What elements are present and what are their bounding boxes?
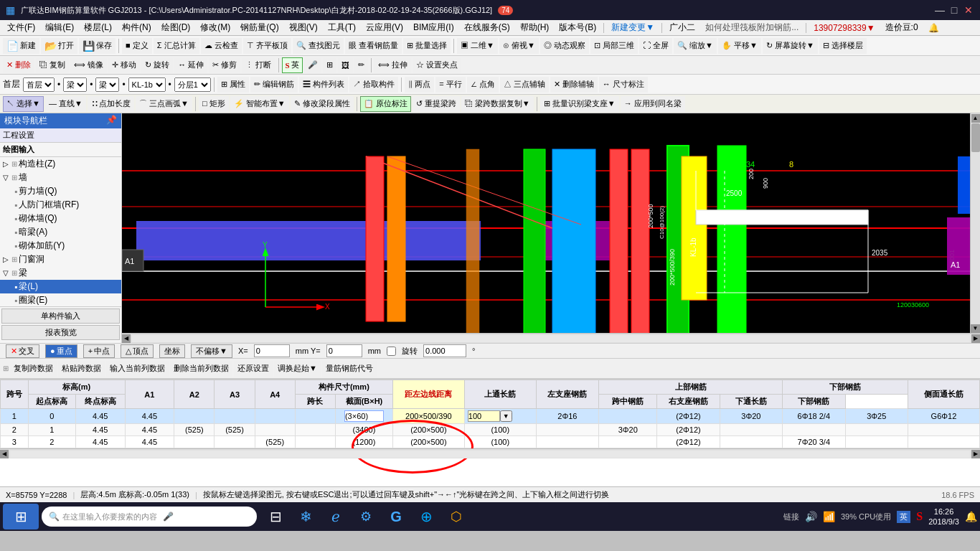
component-type-select[interactable]: 梁 (63, 77, 87, 92)
tree-civil-defense[interactable]: ▪ 人防门框墙(RF) (0, 198, 121, 212)
btn-stretch[interactable]: ⟺ 拉伸 (374, 57, 411, 73)
menu-draw[interactable]: 绘图(D) (157, 20, 195, 35)
btn-delete[interactable]: ✕ 删除 (3, 57, 34, 73)
btn-batch-select[interactable]: ⊞ 批量选择 (403, 38, 451, 54)
taskbar-link[interactable]: 链接 (783, 512, 799, 522)
btn-property[interactable]: ⊞ 属性 (217, 77, 249, 93)
btn-img[interactable]: 🖼 (338, 57, 353, 73)
btn-cross[interactable]: ✕ 交叉 (6, 344, 39, 358)
table-row[interactable]: 2 1 4.45 4.45 (525) (525) (3400) (200×50… (1, 424, 980, 436)
btn-original-label[interactable]: 📋 原位标注 (360, 96, 411, 112)
btn-delete-col-data[interactable]: 删除当前列数据 (170, 361, 232, 377)
btn-mirror[interactable]: ⟺ 镜像 (70, 57, 107, 73)
taskbar-input-method[interactable]: 英 (897, 511, 910, 523)
nav-draw-input[interactable]: 绘图输入 (0, 143, 121, 157)
btn-report-preview[interactable]: 报表预览 (1, 325, 120, 340)
menu-guangxiao[interactable]: 广小二 (665, 20, 699, 35)
cell-dist[interactable]: ▼ (464, 409, 536, 424)
nav-project-settings[interactable]: 工程设置 (0, 128, 121, 143)
panel-pin[interactable]: 📌 (106, 115, 117, 127)
btn-angle-point[interactable]: ∠ 点角 (467, 77, 499, 93)
menu-rebar-qty[interactable]: 钢筋量(Q) (236, 20, 283, 35)
name-select[interactable]: KL-1b (128, 77, 166, 92)
taskbar-icon-app2[interactable]: ⬡ (443, 504, 469, 529)
menu-phone[interactable]: 13907298339▼ (809, 22, 879, 34)
menu-tools[interactable]: 工具(T) (324, 20, 360, 35)
taskbar-icon-settings[interactable]: ⚙ (353, 504, 379, 529)
menu-file[interactable]: 文件(F) (3, 20, 39, 35)
tree-ring-beam[interactable]: ▪ 圈梁(E) (0, 293, 121, 306)
rotate-input[interactable] (423, 344, 466, 357)
table-row[interactable]: 1 0 4.45 4.45 200×500/390 ▼ 2Φ16 (1, 409, 980, 424)
btn-coord[interactable]: 坐标 (159, 344, 185, 358)
btn-point-extend[interactable]: ∷ 点加长度 (88, 96, 134, 112)
table-hscroll[interactable]: ◀ ▶ (0, 448, 980, 458)
menu-view[interactable]: 视图(V) (285, 20, 322, 35)
btn-dynamic-view[interactable]: ◎ 动态观察 (540, 38, 589, 54)
btn-trim[interactable]: ✂ 修剪 (209, 57, 240, 73)
taskbar-icon-g[interactable]: G (383, 504, 409, 529)
canvas-hscroll[interactable]: ◀ ▶ (122, 333, 980, 343)
btn-rotate-screen[interactable]: ↻ 屏幕旋转▼ (763, 38, 818, 54)
taskbar-speaker[interactable]: 🔊 (805, 511, 817, 522)
btn-view-rebar[interactable]: 眼 查看钢筋量 (345, 38, 402, 54)
btn-2d[interactable]: ▣ 二维▼ (457, 38, 498, 54)
btn-pencil[interactable]: ✏ (354, 57, 368, 73)
dist-dropdown[interactable]: ▼ (500, 410, 512, 422)
taskbar-s-icon[interactable]: S (916, 510, 923, 523)
menu-version[interactable]: 版本号(B) (555, 20, 600, 35)
menu-help[interactable]: 帮助(H) (516, 20, 554, 35)
component-select[interactable]: 梁 (95, 77, 119, 92)
btn-smart-layout[interactable]: ⚡ 智能布置▼ (230, 96, 289, 112)
btn-paste-span-data[interactable]: 粘贴跨数据 (58, 361, 105, 377)
btn-apply-same-name[interactable]: → 应用到同名梁 (621, 96, 685, 112)
menu-layer[interactable]: 楼层(L) (80, 20, 116, 35)
tree-hidden-beam[interactable]: ▪ 暗梁(A) (0, 225, 121, 239)
window-controls[interactable]: — □ ✕ (934, 4, 974, 16)
tree-masonry-rebar[interactable]: ▪ 砌体加筋(Y) (0, 239, 121, 253)
close-button[interactable]: ✕ (963, 4, 974, 16)
btn-swap-start[interactable]: 调换起始▼ (274, 361, 321, 377)
btn-vertex[interactable]: △ 顶点 (121, 344, 154, 358)
maximize-button[interactable]: □ (948, 4, 960, 16)
btn-top-view[interactable]: ⊙ 俯视▼ (499, 38, 539, 54)
btn-zoom[interactable]: 🔍 缩放▼ (674, 38, 717, 54)
btn-component-list[interactable]: ☰ 构件列表 (299, 77, 348, 93)
btn-break[interactable]: ⋮ 打断 (242, 57, 275, 73)
btn-new[interactable]: 📄新建 (3, 38, 39, 54)
cad-canvas[interactable]: A1 KL-1b 200*500 C10@100(2) 200*500/390 … (122, 113, 980, 333)
btn-re-extract-span[interactable]: ↺ 重提梁跨 (413, 96, 460, 112)
btn-fullscreen[interactable]: ⛶ 全屏 (639, 38, 672, 54)
tree-beam-l[interactable]: ▪ 梁(L) (0, 280, 121, 293)
taskbar-icon-files[interactable]: ⊟ (263, 504, 288, 529)
tree-beam-group[interactable]: ▽ ⊞ 梁 (0, 266, 121, 280)
btn-cloud-check[interactable]: ☁ 云检查 (201, 38, 242, 54)
btn-mic[interactable]: 🎤 (304, 57, 321, 73)
menu-price[interactable]: 造价豆:0 (881, 20, 923, 35)
btn-find-elem[interactable]: 🔍 查找图元 (293, 38, 344, 54)
level-select[interactable]: 分层1 (174, 77, 211, 92)
taskbar-start-button[interactable]: ⊞ (3, 504, 39, 529)
canvas-vscroll[interactable]: ▲ ▼ (970, 113, 980, 333)
btn-select[interactable]: ↖ 选择▼ (3, 96, 44, 112)
menu-online[interactable]: 在线服务(S) (460, 20, 514, 35)
menu-bim[interactable]: BIM应用(I) (409, 20, 458, 35)
rotate-checkbox[interactable] (387, 347, 396, 356)
btn-line[interactable]: — 直线▼ (45, 96, 86, 112)
btn-single-component-input[interactable]: 单构件输入 (1, 309, 120, 324)
menu-component[interactable]: 构件(N) (118, 20, 156, 35)
btn-edit-rebar[interactable]: ✏ 编辑钢筋 (250, 77, 298, 93)
menu-edit[interactable]: 编辑(E) (41, 20, 78, 35)
btn-no-offset[interactable]: 不偏移▼ (191, 344, 232, 358)
btn-local-3d[interactable]: ⊡ 局部三维 (590, 38, 638, 54)
taskbar-icon-ie[interactable]: ℯ (323, 504, 349, 529)
btn-extend[interactable]: ↔ 延伸 (174, 57, 207, 73)
btn-copy-span[interactable]: ⿻ 梁跨数据复制▼ (461, 96, 534, 112)
btn-modify-seg-prop[interactable]: ✎ 修改梁段属性 (291, 96, 354, 112)
tree-masonry[interactable]: ▪ 砌体墙(Q) (0, 212, 121, 225)
taskbar-search[interactable]: 🔍 在这里输入你要搜索的内容 🎤 (42, 507, 257, 527)
taskbar-icon-app1[interactable]: ⊕ (413, 504, 439, 529)
tree-construct-col[interactable]: ▷ ⊞ 构造柱(Z) (0, 157, 121, 171)
btn-copy-span-data[interactable]: 复制跨数据 (10, 361, 57, 377)
menu-msg-icon[interactable]: 🔔 (924, 22, 943, 34)
